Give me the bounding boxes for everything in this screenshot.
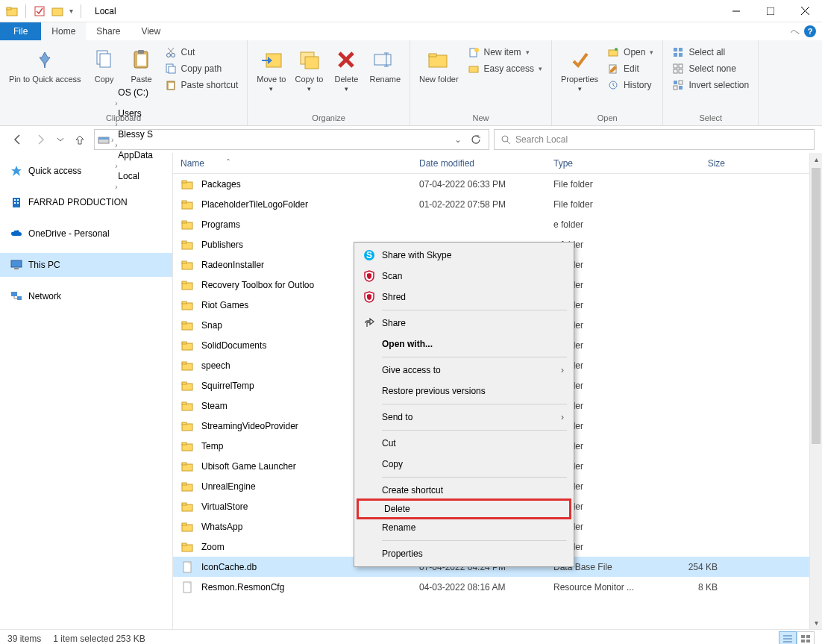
svg-rect-50 bbox=[679, 86, 683, 90]
folder-icon bbox=[181, 440, 194, 453]
tab-home[interactable]: Home bbox=[41, 22, 86, 40]
tab-file[interactable]: File bbox=[0, 22, 41, 40]
file-row[interactable]: PlaceholderTileLogoFolder01-02-2022 07:5… bbox=[173, 194, 809, 214]
context-menu-item[interactable]: Restore previous versions bbox=[357, 381, 571, 401]
address-bar[interactable]: › OS (C:)›Users›Blessy S›AppData›Local› … bbox=[94, 129, 489, 150]
context-menu-item[interactable]: Scan bbox=[357, 266, 571, 287]
chevron-right-icon[interactable]: › bbox=[115, 120, 117, 128]
qat-folder-icon[interactable] bbox=[51, 5, 63, 17]
svg-rect-110 bbox=[806, 635, 810, 638]
tab-share[interactable]: Share bbox=[86, 22, 131, 40]
context-menu-item[interactable]: Send to› bbox=[357, 407, 571, 428]
tab-view[interactable]: View bbox=[131, 22, 171, 40]
breadcrumb-segment[interactable]: Blessy S bbox=[115, 129, 156, 140]
status-items: 39 items bbox=[7, 634, 41, 644]
maximize-button[interactable] bbox=[753, 0, 788, 22]
search-input[interactable]: Search Local bbox=[494, 129, 815, 150]
easyaccess-button[interactable]: Easy access ▾ bbox=[466, 61, 544, 76]
col-date[interactable]: Date modified bbox=[419, 158, 553, 169]
context-menu-item[interactable]: Create shortcut bbox=[357, 480, 571, 501]
minimize-button[interactable] bbox=[719, 0, 753, 22]
view-large-button[interactable] bbox=[797, 631, 815, 645]
nav-thispc[interactable]: This PC bbox=[0, 253, 172, 277]
nav-network[interactable]: Network bbox=[0, 284, 172, 308]
selectall-button[interactable]: Select all bbox=[671, 45, 750, 60]
chevron-right-icon[interactable]: › bbox=[111, 136, 113, 144]
svg-rect-77 bbox=[182, 281, 186, 284]
context-menu-item[interactable]: Open with... bbox=[357, 334, 571, 354]
paste-button[interactable]: Paste bbox=[123, 43, 160, 86]
nav-pane: Quick access FARRAD PRODUCTION OneDrive … bbox=[0, 153, 173, 629]
context-menu-label: Shred bbox=[382, 292, 406, 302]
pin-button[interactable]: Pin to Quick access bbox=[4, 43, 86, 86]
moveto-button[interactable]: Move to▾ bbox=[252, 43, 290, 96]
nav-quickaccess[interactable]: Quick access bbox=[0, 159, 172, 183]
column-headers[interactable]: Nameˆ Date modified Type Size bbox=[173, 153, 809, 174]
rename-button[interactable]: Rename bbox=[365, 43, 405, 86]
nav-onedrive[interactable]: OneDrive - Personal bbox=[0, 222, 172, 246]
scroll-down-icon[interactable]: ▾ bbox=[810, 616, 822, 629]
pasteshortcut-button[interactable]: Paste shortcut bbox=[163, 78, 240, 93]
newfolder-button[interactable]: New folder bbox=[415, 43, 463, 86]
svg-point-53 bbox=[502, 136, 508, 142]
vertical-scrollbar[interactable]: ▴ ▾ bbox=[809, 153, 822, 629]
context-menu-item[interactable]: Shred bbox=[357, 287, 571, 307]
scroll-up-icon[interactable]: ▴ bbox=[810, 153, 822, 166]
qat-dropdown-icon[interactable]: ▾ bbox=[69, 7, 73, 15]
cut-button[interactable]: Cut bbox=[163, 45, 240, 60]
context-menu-item[interactable]: Rename bbox=[357, 517, 571, 538]
context-menu-item[interactable]: Copy bbox=[357, 454, 571, 475]
ribbon-collapse-icon[interactable]: へ bbox=[791, 25, 800, 38]
context-menu-item[interactable]: Delete bbox=[357, 498, 571, 519]
breadcrumb-segment[interactable]: Users bbox=[115, 108, 156, 119]
newitem-button[interactable]: New item ▾ bbox=[466, 45, 544, 60]
svg-rect-71 bbox=[182, 221, 186, 223]
nav-forward-button[interactable] bbox=[31, 130, 51, 149]
properties-button[interactable]: Properties▾ bbox=[556, 43, 603, 96]
context-menu-label: Share with Skype bbox=[382, 250, 451, 260]
history-button[interactable]: History bbox=[606, 78, 655, 93]
qat-checkbox-icon[interactable] bbox=[34, 5, 46, 17]
col-name[interactable]: Name bbox=[181, 158, 204, 169]
copypath-button[interactable]: Copy path bbox=[163, 61, 240, 76]
view-details-button[interactable] bbox=[779, 631, 797, 645]
nav-recent-button[interactable] bbox=[55, 130, 66, 149]
nav-up-button[interactable] bbox=[70, 130, 90, 149]
context-menu-item[interactable]: Give access to› bbox=[357, 360, 571, 381]
delete-button[interactable]: Delete▾ bbox=[327, 43, 365, 96]
refresh-icon[interactable] bbox=[471, 134, 481, 145]
copyto-button[interactable]: Copy to▾ bbox=[290, 43, 327, 96]
chevron-right-icon[interactable]: › bbox=[115, 99, 117, 107]
file-name: Programs bbox=[201, 219, 419, 230]
file-row[interactable]: Resmon.ResmonCfg04-03-2022 08:16 AMResou… bbox=[173, 577, 809, 597]
open-button[interactable]: Open ▾ bbox=[606, 45, 655, 60]
scroll-thumb[interactable] bbox=[812, 168, 821, 444]
svg-rect-47 bbox=[674, 81, 677, 84]
selectnone-button[interactable]: Select none bbox=[671, 61, 750, 76]
invertselection-button[interactable]: Invert selection bbox=[671, 78, 750, 93]
chevron-right-icon: › bbox=[561, 412, 564, 422]
address-dropdown-icon[interactable]: ⌄ bbox=[454, 134, 462, 145]
svg-rect-87 bbox=[182, 382, 186, 384]
nav-back-button[interactable] bbox=[7, 130, 27, 149]
breadcrumb-segment[interactable]: OS (C:) bbox=[115, 87, 156, 98]
svg-rect-55 bbox=[13, 198, 20, 207]
svg-rect-73 bbox=[182, 241, 186, 243]
nav-farrad[interactable]: FARRAD PRODUCTION bbox=[0, 190, 172, 214]
close-button[interactable] bbox=[788, 0, 822, 22]
file-date: 01-02-2022 07:58 PM bbox=[419, 199, 553, 210]
chevron-right-icon[interactable]: › bbox=[115, 141, 117, 149]
folder-icon bbox=[181, 379, 194, 393]
copy-button[interactable]: Copy bbox=[86, 43, 123, 86]
context-menu-item[interactable]: Cut bbox=[357, 433, 571, 454]
file-row[interactable]: Packages07-04-2022 06:33 PMFile folder bbox=[173, 174, 809, 194]
col-size[interactable]: Size bbox=[665, 158, 725, 169]
file-row[interactable]: Programse folder bbox=[173, 214, 809, 234]
help-icon[interactable]: ? bbox=[804, 25, 816, 37]
moveto-icon bbox=[260, 48, 283, 72]
edit-button[interactable]: Edit bbox=[606, 61, 655, 76]
col-type[interactable]: Type bbox=[553, 158, 665, 169]
context-menu-item[interactable]: SShare with Skype bbox=[357, 245, 571, 266]
context-menu-item[interactable]: Share bbox=[357, 313, 571, 334]
context-menu-item[interactable]: Properties bbox=[357, 543, 571, 564]
